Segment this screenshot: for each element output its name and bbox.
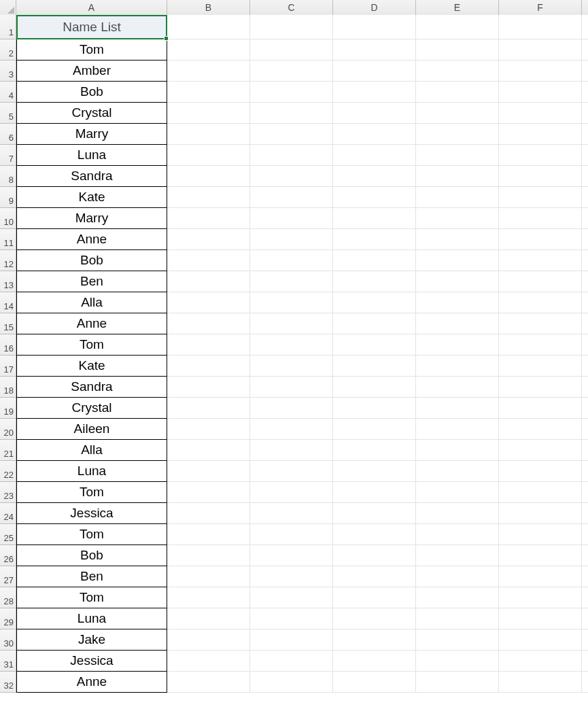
cell-stub-19[interactable] <box>582 398 588 419</box>
cell-B25[interactable] <box>167 524 250 545</box>
cell-F5[interactable] <box>499 103 582 124</box>
column-header-B[interactable]: B <box>167 0 250 15</box>
cell-F14[interactable] <box>499 292 582 313</box>
cell-E11[interactable] <box>416 229 499 250</box>
cell-C30[interactable] <box>250 629 333 651</box>
cell-stub-20[interactable] <box>582 419 588 440</box>
cell-stub-9[interactable] <box>582 187 588 208</box>
cell-C3[interactable] <box>250 60 333 82</box>
cell-B26[interactable] <box>167 545 250 566</box>
column-header-E[interactable]: E <box>416 0 499 15</box>
cell-F7[interactable] <box>499 145 582 166</box>
cell-F24[interactable] <box>499 503 582 524</box>
cell-B20[interactable] <box>167 419 250 440</box>
cell-D26[interactable] <box>333 545 416 566</box>
column-header-F[interactable]: F <box>499 0 582 15</box>
row-header-27[interactable]: 27 <box>0 566 16 587</box>
cell-C2[interactable] <box>250 39 333 60</box>
cell-B23[interactable] <box>167 482 250 503</box>
cell-C4[interactable] <box>250 82 333 103</box>
cell-C18[interactable] <box>250 377 333 398</box>
cell-A26[interactable]: Bob <box>16 545 167 566</box>
row-header-16[interactable]: 16 <box>0 334 16 356</box>
row-header-25[interactable]: 25 <box>0 524 16 545</box>
cell-B28[interactable] <box>167 587 250 608</box>
cell-F12[interactable] <box>499 250 582 271</box>
cell-F29[interactable] <box>499 608 582 629</box>
cell-C25[interactable] <box>250 524 333 545</box>
cell-E18[interactable] <box>416 377 499 398</box>
cell-A16[interactable]: Tom <box>16 334 167 356</box>
cell-E8[interactable] <box>416 166 499 187</box>
cell-stub-24[interactable] <box>582 503 588 524</box>
cell-D8[interactable] <box>333 166 416 187</box>
cell-D16[interactable] <box>333 334 416 356</box>
cell-F9[interactable] <box>499 187 582 208</box>
cell-A5[interactable]: Crystal <box>16 103 167 124</box>
cell-stub-10[interactable] <box>582 208 588 229</box>
row-header-18[interactable]: 18 <box>0 377 16 398</box>
cell-stub-21[interactable] <box>582 440 588 461</box>
cell-B8[interactable] <box>167 166 250 187</box>
cell-D15[interactable] <box>333 313 416 334</box>
cell-E21[interactable] <box>416 440 499 461</box>
cell-E23[interactable] <box>416 482 499 503</box>
cell-F18[interactable] <box>499 377 582 398</box>
cell-stub-27[interactable] <box>582 566 588 587</box>
cell-C16[interactable] <box>250 334 333 356</box>
cell-stub-28[interactable] <box>582 587 588 608</box>
cell-stub-23[interactable] <box>582 482 588 503</box>
cell-A21[interactable]: Alla <box>16 440 167 461</box>
cell-stub-12[interactable] <box>582 250 588 271</box>
cell-D18[interactable] <box>333 377 416 398</box>
cell-D14[interactable] <box>333 292 416 313</box>
cell-A22[interactable]: Luna <box>16 461 167 482</box>
cell-A11[interactable]: Anne <box>16 229 167 250</box>
cell-stub-8[interactable] <box>582 166 588 187</box>
row-header-20[interactable]: 20 <box>0 419 16 440</box>
cell-A18[interactable]: Sandra <box>16 377 167 398</box>
cell-B6[interactable] <box>167 124 250 145</box>
cell-C8[interactable] <box>250 166 333 187</box>
cell-C15[interactable] <box>250 313 333 334</box>
cell-D31[interactable] <box>333 651 416 672</box>
cell-D23[interactable] <box>333 482 416 503</box>
cell-A19[interactable]: Crystal <box>16 398 167 419</box>
cell-E14[interactable] <box>416 292 499 313</box>
cell-C5[interactable] <box>250 103 333 124</box>
cell-A6[interactable]: Marry <box>16 124 167 145</box>
row-header-32[interactable]: 32 <box>0 672 16 693</box>
cell-E2[interactable] <box>416 39 499 60</box>
cell-F6[interactable] <box>499 124 582 145</box>
cell-C19[interactable] <box>250 398 333 419</box>
cell-stub-30[interactable] <box>582 629 588 651</box>
cell-A9[interactable]: Kate <box>16 187 167 208</box>
cell-C23[interactable] <box>250 482 333 503</box>
cell-C27[interactable] <box>250 566 333 587</box>
cell-E20[interactable] <box>416 419 499 440</box>
cell-B11[interactable] <box>167 229 250 250</box>
row-header-12[interactable]: 12 <box>0 250 16 271</box>
cell-F31[interactable] <box>499 651 582 672</box>
cell-D10[interactable] <box>333 208 416 229</box>
cell-B5[interactable] <box>167 103 250 124</box>
cell-C12[interactable] <box>250 250 333 271</box>
cell-F2[interactable] <box>499 39 582 60</box>
cell-E10[interactable] <box>416 208 499 229</box>
row-header-2[interactable]: 2 <box>0 39 16 60</box>
cell-C11[interactable] <box>250 229 333 250</box>
cell-D27[interactable] <box>333 566 416 587</box>
cell-C21[interactable] <box>250 440 333 461</box>
cell-A2[interactable]: Tom <box>16 39 167 60</box>
cell-F25[interactable] <box>499 524 582 545</box>
cell-C13[interactable] <box>250 271 333 292</box>
row-header-5[interactable]: 5 <box>0 103 16 124</box>
cell-D3[interactable] <box>333 60 416 82</box>
row-header-21[interactable]: 21 <box>0 440 16 461</box>
cell-F27[interactable] <box>499 566 582 587</box>
cell-B2[interactable] <box>167 39 250 60</box>
cell-C31[interactable] <box>250 651 333 672</box>
cell-B3[interactable] <box>167 60 250 82</box>
cell-D24[interactable] <box>333 503 416 524</box>
cell-D20[interactable] <box>333 419 416 440</box>
